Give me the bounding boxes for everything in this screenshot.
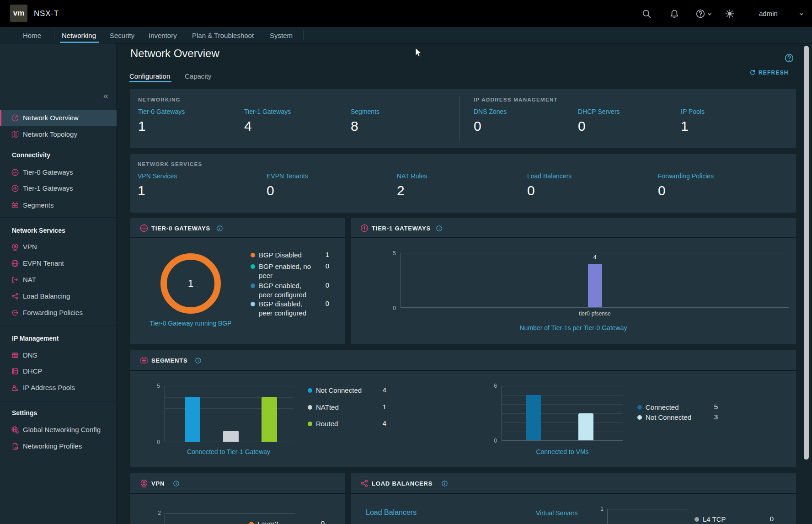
- tier1-chart-link[interactable]: Number of Tier-1s per Tier-0 Gateway: [351, 324, 796, 332]
- refresh-button[interactable]: REFRESH: [749, 69, 789, 76]
- vpn-lock-icon: [139, 479, 149, 488]
- metric-link-segments[interactable]: Segments: [351, 108, 379, 115]
- virtual-servers-link[interactable]: Virtual Servers: [536, 509, 578, 517]
- sidebar-section-settings: Settings: [12, 409, 37, 417]
- help-chevron-down-icon[interactable]: [707, 12, 712, 16]
- panel-title: VPN: [151, 480, 165, 487]
- networking-ipam-summary-card: NETWORKING Tier-0 Gateways 1 Tier-1 Gate…: [130, 89, 796, 148]
- forwarding-arrow-icon: [11, 309, 19, 317]
- ip-pool-icon: [11, 384, 19, 392]
- sidebar-item-networking-profiles[interactable]: Networking Profiles: [0, 438, 117, 454]
- info-icon[interactable]: [436, 225, 443, 232]
- load-balancer-icon: [11, 292, 19, 300]
- y-axis-min: 0: [382, 305, 396, 311]
- main-nav: Home Networking Security Inventory Plan …: [0, 27, 812, 43]
- segments-vm-chart-link[interactable]: Connected to VMs: [502, 448, 623, 456]
- legend-label: L4 TCP: [703, 515, 753, 524]
- bar-not-connected: [185, 397, 200, 442]
- user-menu[interactable]: admin: [759, 10, 778, 17]
- info-icon[interactable]: [216, 225, 223, 232]
- nav-divider: [54, 30, 54, 40]
- y-axis-max: 1: [589, 506, 604, 512]
- metric-value-forwarding-policies: 0: [658, 182, 666, 200]
- metric-link-tier0-gateways[interactable]: Tier-0 Gateways: [138, 108, 185, 115]
- bar-natted: [223, 431, 239, 442]
- sidebar-collapse-button[interactable]: «: [103, 91, 108, 100]
- nav-tab-networking[interactable]: Networking: [62, 32, 96, 39]
- metric-link-dns-zones[interactable]: DNS Zones: [474, 108, 507, 115]
- vertical-scrollbar-thumb[interactable]: [804, 46, 809, 460]
- sidebar-item-tier1-gateways[interactable]: Tier-1 Gateways: [0, 180, 117, 197]
- metric-link-ip-pools[interactable]: IP Pools: [681, 108, 705, 115]
- legend-dot: [637, 415, 642, 420]
- segments-panel: SEGMENTS 5 0 Connected to Tier-1 Gateway…: [130, 350, 796, 467]
- theme-sun-icon[interactable]: [725, 9, 735, 19]
- nav-tab-plan-troubleshoot[interactable]: Plan & Troubleshoot: [192, 32, 254, 39]
- legend-value: 1: [368, 403, 386, 411]
- legend-dot: [308, 422, 312, 426]
- sidebar-item-dns[interactable]: DNS: [0, 347, 117, 364]
- mouse-cursor: [415, 48, 423, 59]
- metric-value-tier0-gateways: 1: [138, 117, 146, 135]
- dhcp-server-icon: [11, 367, 19, 375]
- page-help-icon[interactable]: [784, 53, 794, 63]
- product-title: NSX-T: [34, 9, 59, 18]
- vmware-logo[interactable]: vm: [10, 5, 27, 22]
- metric-link-forwarding-policies[interactable]: Forwarding Policies: [658, 172, 714, 180]
- legend-dot: [251, 302, 255, 306]
- sidebar-item-load-balancing[interactable]: Load Balancing: [0, 288, 117, 305]
- sidebar-item-nat[interactable]: NAT: [0, 272, 117, 288]
- legend-label: Connected: [646, 403, 707, 412]
- nav-tab-inventory[interactable]: Inventory: [149, 32, 177, 39]
- legend-dot: [308, 388, 312, 393]
- segments-vm-bar-chart: [502, 386, 623, 441]
- sidebar-item-segments[interactable]: Segments: [0, 197, 117, 214]
- info-icon[interactable]: [195, 357, 202, 364]
- metric-link-nat-rules[interactable]: NAT Rules: [397, 172, 427, 180]
- sidebar-item-vpn[interactable]: VPN: [0, 239, 117, 255]
- sidebar-item-ip-address-pools[interactable]: IP Address Pools: [0, 380, 117, 396]
- sidebar-item-network-overview[interactable]: Network Overview: [0, 110, 117, 126]
- metric-link-tier1-gateways[interactable]: Tier-1 Gateways: [244, 108, 291, 115]
- sidebar-item-network-topology[interactable]: Network Topology: [0, 126, 117, 143]
- segments-icon: [139, 356, 149, 365]
- metric-link-load-balancers[interactable]: Load Balancers: [527, 172, 572, 180]
- group-header-ipam: IP ADDRESS MANAGEMENT: [474, 97, 558, 102]
- metric-link-evpn-tenants[interactable]: EVPN Tenants: [267, 172, 308, 180]
- legend-dot: [249, 522, 254, 524]
- dns-grid-icon: [11, 351, 19, 359]
- legend-value: 0: [311, 281, 329, 289]
- sidebar-section-network-services: Network Services: [12, 227, 65, 234]
- legend-dot: [251, 264, 255, 269]
- tab-configuration[interactable]: Configuration: [129, 72, 170, 80]
- panel-title: TIER-0 GATEWAYS: [151, 225, 210, 232]
- info-icon[interactable]: [441, 480, 448, 487]
- map-icon: [11, 130, 19, 139]
- vpn-lock-icon: [11, 243, 19, 251]
- metric-link-vpn-services[interactable]: VPN Services: [138, 172, 177, 180]
- lb-bar-chart: [607, 509, 688, 524]
- segments-gateway-chart-link[interactable]: Connected to Tier-1 Gateway: [165, 448, 293, 456]
- y-axis-min: 0: [146, 439, 160, 445]
- sidebar-item-evpn-tenant[interactable]: EVPN Tenant: [0, 255, 117, 272]
- sidebar-item-dhcp[interactable]: DHCP: [0, 363, 117, 380]
- tier0-chart-link[interactable]: Tier-0 Gateway running BGP: [130, 319, 251, 327]
- tab-capacity[interactable]: Capacity: [185, 72, 211, 80]
- user-chevron-down-icon[interactable]: [799, 12, 804, 16]
- nav-tab-security[interactable]: Security: [110, 32, 134, 39]
- nav-divider: [303, 30, 304, 40]
- help-menu-icon[interactable]: [695, 9, 705, 19]
- nav-tab-home[interactable]: Home: [23, 32, 41, 39]
- tier0-bgp-donut-chart: 1: [160, 253, 221, 314]
- load-balancers-link[interactable]: Load Balancers: [366, 508, 417, 517]
- notifications-bell-icon[interactable]: [669, 9, 679, 19]
- sidebar-item-tier0-gateways[interactable]: Tier-0 Gateways: [0, 164, 117, 181]
- search-icon[interactable]: [641, 9, 652, 19]
- info-icon[interactable]: [173, 480, 180, 487]
- sidebar-item-forwarding-policies[interactable]: Forwarding Policies: [0, 305, 117, 321]
- group-header-network-services: NETWORK SERVICES: [138, 161, 202, 167]
- sidebar-item-global-networking-config[interactable]: Global Networking Config: [0, 422, 117, 438]
- page-title: Network Overview: [130, 47, 219, 60]
- nav-tab-system[interactable]: System: [270, 32, 293, 39]
- metric-link-dhcp-servers[interactable]: DHCP Servers: [578, 108, 620, 115]
